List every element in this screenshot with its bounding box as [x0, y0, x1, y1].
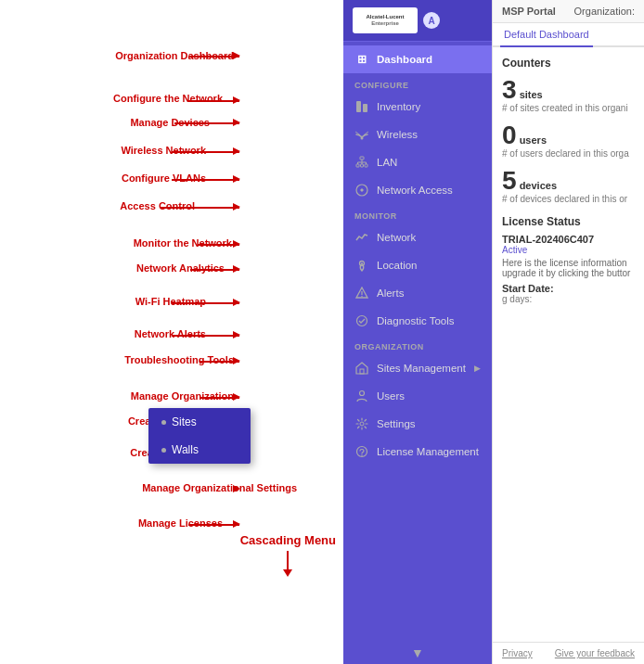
ann-manage-org-settings: Manage Organizational Settings — [142, 482, 297, 493]
ann-arrow-wireless — [172, 151, 239, 153]
sites-arrow-icon: ▶ — [474, 364, 481, 373]
ann-arrow-monitor — [198, 244, 239, 246]
license-status: Active — [502, 245, 635, 255]
cascade-menu-label-area: Cascading Menu — [240, 533, 336, 579]
svg-rect-2 — [356, 101, 361, 112]
sidebar-item-inventory[interactable]: Inventory — [343, 93, 492, 121]
alcatel-icon: A — [423, 12, 440, 29]
sidebar-item-alerts-label: Alerts — [377, 287, 481, 299]
license-start-date-label: Start Date: — [502, 283, 635, 294]
cascade-item-sites-label: Sites — [172, 415, 197, 428]
ann-arrow-alerts — [172, 335, 239, 337]
msp-portal-label[interactable]: MSP Portal — [502, 6, 556, 17]
svg-rect-6 — [356, 164, 359, 167]
sidebar-item-network-access[interactable]: Network Access — [343, 176, 492, 204]
privacy-link[interactable]: Privacy — [502, 648, 533, 658]
ann-arrow-heatmap — [172, 302, 239, 304]
ann-arrow-analytics — [190, 269, 239, 271]
ann-alerts: Network Alerts — [135, 328, 206, 339]
counter-devices-number: 5 — [502, 166, 517, 195]
ann-arrow-org-dashboard — [188, 56, 239, 57]
org-label: Organization: — [574, 6, 635, 17]
svg-marker-1 — [283, 569, 292, 577]
tab-default-dashboard[interactable]: Default Dashboard — [500, 23, 593, 47]
location-icon — [354, 258, 369, 273]
cascade-item-walls[interactable]: Walls — [148, 436, 251, 464]
cascade-item-walls-label: Walls — [172, 443, 199, 456]
right-tabs: Default Dashboard — [493, 23, 644, 47]
svg-rect-19 — [360, 369, 364, 374]
counter-sites-label-text: sites — [520, 89, 543, 100]
sidebar-header: Alcatel·LucentEnterprise A — [343, 0, 492, 42]
ann-troubleshoot: Troubleshooting Tools — [124, 354, 234, 365]
license-section: License Status TRIAL-202406C407 Active H… — [502, 215, 635, 304]
organization-section-label: ORGANIZATION — [343, 335, 492, 354]
sidebar-item-license-management[interactable]: License Management — [343, 438, 492, 466]
sidebar-item-diagnostic-tools[interactable]: Diagnostic Tools — [343, 307, 492, 335]
cascading-submenu: Sites Walls — [148, 408, 251, 464]
counter-devices-label: devices — [520, 180, 557, 191]
cascade-item-sites[interactable]: Sites — [148, 408, 251, 436]
ann-access-control: Access Control — [120, 200, 195, 211]
sidebar-scroll-indicator: ▼ — [343, 642, 492, 664]
ann-arrow-manage-devices — [174, 122, 239, 124]
right-panel: MSP Portal Organization: Default Dashboa… — [492, 0, 644, 664]
license-title: License Status — [502, 215, 635, 228]
alcatel-logo: Alcatel·LucentEnterprise — [353, 7, 418, 33]
sites-icon — [354, 361, 369, 376]
dashboard-icon: ⊞ — [354, 52, 369, 67]
sidebar-item-users[interactable]: Users — [343, 382, 492, 410]
counter-devices-desc: # of devices declared in this or — [502, 194, 635, 204]
feedback-link[interactable]: Give your feedback — [555, 648, 635, 658]
sidebar-item-wireless-label: Wireless — [377, 129, 481, 140]
cascade-down-arrow — [240, 551, 336, 579]
svg-rect-8 — [365, 164, 367, 167]
license-icon — [354, 444, 369, 459]
ann-arrow-manage-org — [200, 397, 239, 399]
counter-users-number: 0 — [502, 121, 517, 149]
sidebar: Alcatel·LucentEnterprise A ⊞ Dashboard C… — [343, 0, 492, 664]
sidebar-item-settings-label: Settings — [377, 418, 481, 429]
sidebar-item-inventory-label: Inventory — [377, 101, 481, 112]
sidebar-item-sites-management[interactable]: Sites Management ▶ — [343, 354, 492, 382]
network-icon — [354, 230, 369, 245]
cascade-menu-label: Cascading Menu — [240, 533, 336, 547]
alerts-icon — [354, 286, 369, 300]
inventory-icon — [354, 99, 369, 114]
ann-manage-org: Manage Organization — [131, 390, 234, 402]
sidebar-item-alerts[interactable]: Alerts — [343, 279, 492, 307]
ann-arrow-manage-licenses — [188, 524, 239, 526]
sidebar-item-network-access-label: Network Access — [377, 185, 481, 196]
counter-users-label: users — [520, 134, 547, 146]
sidebar-item-location[interactable]: Location — [343, 251, 492, 279]
sidebar-item-lan-label: LAN — [377, 157, 481, 168]
sidebar-item-lan[interactable]: LAN — [343, 148, 492, 176]
ann-analytics: Network Analytics — [136, 262, 225, 274]
configure-section-label: CONFIGURE — [343, 73, 492, 93]
counter-sites-desc: # of sites created in this organi — [502, 103, 635, 113]
ann-arrow-configure — [188, 100, 239, 102]
license-info: Here is the license information upgrade … — [502, 258, 635, 278]
license-id: TRIAL-202406C407 — [502, 234, 635, 245]
svg-rect-7 — [361, 164, 364, 167]
sidebar-item-dashboard[interactable]: ⊞ Dashboard — [343, 45, 492, 73]
counter-devices: 5 devices # of devices declared in this … — [502, 168, 635, 204]
ann-configure: Configure the Network — [113, 93, 223, 104]
sidebar-item-users-label: Users — [377, 390, 481, 402]
svg-point-23 — [361, 454, 363, 456]
sidebar-item-license-label: License Management — [377, 446, 481, 457]
right-panel-footer: Privacy Give your feedback — [493, 642, 644, 664]
users-icon — [354, 389, 369, 403]
settings-icon — [354, 416, 369, 431]
svg-rect-3 — [363, 104, 367, 112]
annotation-area: Organization Dashboard Configure the Net… — [0, 0, 343, 664]
counters-title: Counters — [502, 57, 635, 70]
sidebar-item-network[interactable]: Network — [343, 223, 492, 251]
cascade-dot-sites — [161, 420, 166, 425]
counter-sites: 3 sites # of sites created in this organ… — [502, 77, 635, 113]
ann-monitor: Monitor the Network — [134, 237, 232, 249]
right-content: Counters 3 sites # of sites created in t… — [493, 47, 644, 642]
svg-point-4 — [361, 137, 364, 140]
sidebar-item-wireless[interactable]: Wireless — [343, 121, 492, 148]
sidebar-item-settings[interactable]: Settings — [343, 410, 492, 438]
